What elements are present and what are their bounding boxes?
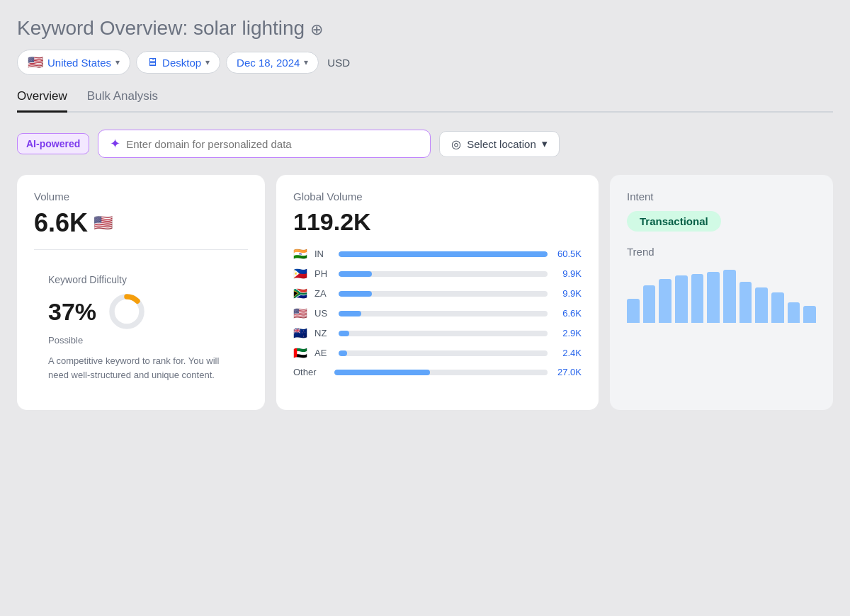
bar-fill-ae (339, 350, 347, 356)
location-select-button[interactable]: ◎ Select location ▾ (439, 131, 560, 157)
domain-input[interactable] (126, 138, 419, 150)
location-label: Select location (467, 138, 536, 150)
global-volume-value: 119.2K (293, 208, 582, 236)
country-flag-ph: 🇵🇭 (293, 267, 309, 280)
cards-row: Volume 6.6K 🇺🇸 Keyword Difficulty 37% Po… (17, 175, 833, 410)
trend-bar (707, 272, 720, 323)
trend-bars-chart (627, 266, 816, 323)
device-chevron-icon: ▾ (205, 57, 210, 67)
country-label: United States (47, 57, 111, 69)
global-volume-card: Global Volume 119.2K 🇮🇳 IN 60.5K 🇵🇭 PH 9… (276, 175, 599, 410)
location-icon: ◎ (451, 137, 461, 151)
sparkle-icon: ✦ (110, 136, 120, 152)
country-vol-ae: 2.4K (553, 348, 582, 358)
tab-bulk-analysis[interactable]: Bulk Analysis (87, 89, 158, 113)
location-chevron-icon: ▾ (542, 137, 548, 150)
volume-value: 6.6K 🇺🇸 (34, 208, 248, 238)
kd-possible: Possible (48, 335, 234, 346)
date-chevron-icon: ▾ (304, 57, 308, 67)
country-flag-nz: 🇳🇿 (293, 326, 309, 340)
trend-bar (723, 270, 736, 323)
bar-track-in (339, 251, 548, 257)
bar-fill-us (339, 311, 361, 316)
device-icon: 🖥 (147, 56, 158, 69)
country-code-za: ZA (314, 288, 333, 299)
bar-track-us (339, 311, 548, 316)
filters-row: 🇺🇸 United States ▾ 🖥 Desktop ▾ Dec 18, 2… (17, 50, 833, 75)
kd-description: A competitive keyword to rank for. You w… (48, 354, 234, 382)
kd-value-row: 37% (48, 292, 234, 331)
device-filter[interactable]: 🖥 Desktop ▾ (136, 51, 220, 74)
tab-overview[interactable]: Overview (17, 89, 67, 113)
country-row: 🇺🇸 US 6.6K (293, 307, 582, 320)
add-keyword-icon[interactable]: ⊕ (310, 21, 323, 38)
intent-badge: Transactional (627, 211, 721, 232)
kd-donut-chart (108, 292, 146, 331)
country-code-ae: AE (314, 348, 333, 358)
bar-fill-in (339, 251, 548, 257)
date-label: Dec 18, 2024 (237, 57, 300, 69)
currency-label: USD (324, 57, 350, 69)
intent-label: Intent (627, 190, 816, 203)
bar-track-ph (339, 271, 548, 277)
donut-svg (108, 292, 146, 331)
trend-bar (691, 274, 704, 323)
country-row: 🇳🇿 NZ 2.9K (293, 326, 582, 340)
country-code-in: IN (314, 249, 333, 259)
bar-track-ae (339, 350, 548, 356)
country-flag-ae: 🇦🇪 (293, 346, 309, 360)
date-filter[interactable]: Dec 18, 2024 ▾ (226, 52, 319, 74)
country-vol-ph: 9.9K (553, 268, 582, 279)
country-row: 🇵🇭 PH 9.9K (293, 267, 582, 280)
bar-fill-za (339, 291, 372, 297)
volume-label: Volume (34, 190, 248, 203)
trend-label: Trend (627, 246, 816, 258)
ai-badge: AI-powered (17, 133, 89, 154)
trend-bar (788, 302, 800, 323)
trend-bar (803, 306, 816, 323)
country-flag: 🇺🇸 (28, 55, 43, 70)
country-row: 🇿🇦 ZA 9.9K (293, 287, 582, 300)
country-vol-nz: 2.9K (553, 328, 582, 338)
kd-card: Keyword Difficulty 37% Possible A compet… (34, 261, 248, 394)
intent-trend-card: Intent Transactional Trend (610, 175, 833, 410)
tabs-row: Overview Bulk Analysis (17, 89, 833, 113)
trend-bar (771, 292, 784, 323)
country-code-ph: PH (314, 268, 333, 279)
country-filter[interactable]: 🇺🇸 United States ▾ (17, 50, 130, 75)
other-volume: 27.0K (553, 367, 582, 377)
country-vol-in: 60.5K (553, 249, 582, 259)
country-row: 🇮🇳 IN 60.5K (293, 247, 582, 261)
domain-input-wrap[interactable]: ✦ (98, 130, 431, 158)
trend-bar (675, 275, 688, 323)
country-rows-container: 🇮🇳 IN 60.5K 🇵🇭 PH 9.9K 🇿🇦 ZA 9.9K 🇺🇸 US (293, 247, 582, 360)
volume-flag: 🇺🇸 (94, 214, 113, 232)
country-flag-za: 🇿🇦 (293, 287, 309, 300)
kd-label: Keyword Difficulty (48, 274, 234, 285)
volume-card: Volume 6.6K 🇺🇸 Keyword Difficulty 37% Po… (17, 175, 265, 410)
country-vol-us: 6.6K (553, 308, 582, 319)
device-label: Desktop (162, 57, 201, 69)
country-vol-za: 9.9K (553, 288, 582, 299)
other-bar-fill (334, 370, 430, 375)
other-label: Other (293, 367, 329, 377)
trend-bar (755, 287, 768, 323)
other-row: Other 27.0K (293, 367, 582, 377)
global-volume-label: Global Volume (293, 190, 582, 203)
page-title: Keyword Overview: solar lighting ⊕ (17, 17, 833, 40)
bar-fill-ph (339, 271, 372, 277)
country-flag-us: 🇺🇸 (293, 307, 309, 320)
country-code-us: US (314, 308, 333, 319)
bar-track-nz (339, 331, 548, 336)
country-code-nz: NZ (314, 328, 333, 338)
trend-section: Trend (627, 246, 816, 323)
country-chevron-icon: ▾ (115, 57, 120, 67)
country-row: 🇦🇪 AE 2.4K (293, 346, 582, 360)
trend-bar (659, 279, 672, 324)
country-flag-in: 🇮🇳 (293, 247, 309, 261)
trend-bar (627, 299, 640, 323)
other-bar-track (334, 370, 548, 375)
kd-percent: 37% (48, 298, 96, 326)
bar-fill-nz (339, 331, 349, 336)
trend-bar (643, 285, 656, 323)
